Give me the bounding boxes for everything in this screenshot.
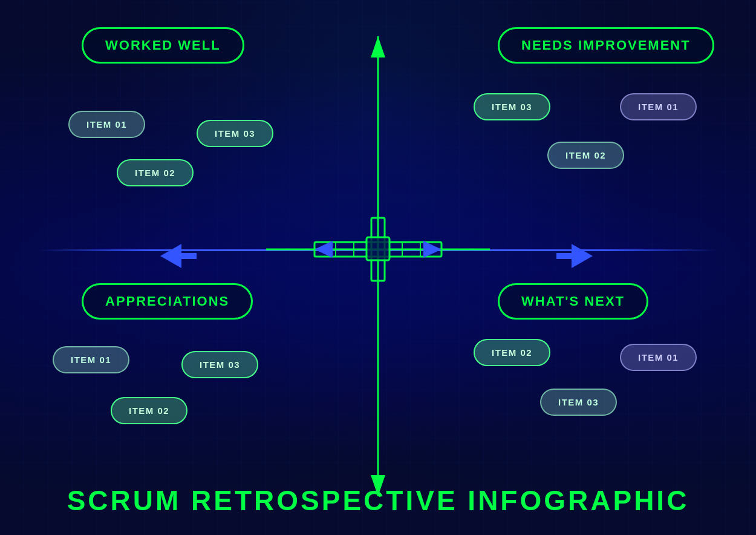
item-ww-03: ITEM 03 xyxy=(197,120,273,147)
item-ap-01: ITEM 01 xyxy=(53,346,129,373)
item-ww-02: ITEM 02 xyxy=(117,159,194,186)
label-appreciations: APPRECIATIONS xyxy=(82,283,253,320)
item-wn-01: ITEM 01 xyxy=(620,344,697,371)
label-worked-well: WORKED WELL xyxy=(82,27,244,64)
label-needs-improvement: NEEDS IMPROVEMENT xyxy=(498,27,714,64)
svg-marker-14 xyxy=(556,244,593,268)
item-ni-01: ITEM 01 xyxy=(620,93,697,120)
item-ap-02: ITEM 02 xyxy=(111,397,187,424)
item-ni-02: ITEM 02 xyxy=(547,142,624,169)
svg-marker-12 xyxy=(423,241,442,258)
center-cross xyxy=(266,30,490,502)
svg-rect-10 xyxy=(367,237,389,260)
item-ww-01: ITEM 01 xyxy=(68,111,145,138)
item-wn-03: ITEM 03 xyxy=(540,389,617,416)
item-ap-03: ITEM 03 xyxy=(181,351,258,378)
svg-marker-11 xyxy=(314,241,333,258)
left-arrow xyxy=(160,241,197,271)
page-title: SCRUM RETROSPECTIVE INFOGRAPHIC xyxy=(0,484,756,517)
item-wn-02: ITEM 02 xyxy=(474,339,550,366)
label-whats-next: WHAT'S NEXT xyxy=(498,283,648,320)
svg-marker-13 xyxy=(160,244,197,268)
svg-marker-1 xyxy=(371,36,385,57)
right-arrow xyxy=(556,241,593,271)
item-ni-03: ITEM 03 xyxy=(474,93,550,120)
